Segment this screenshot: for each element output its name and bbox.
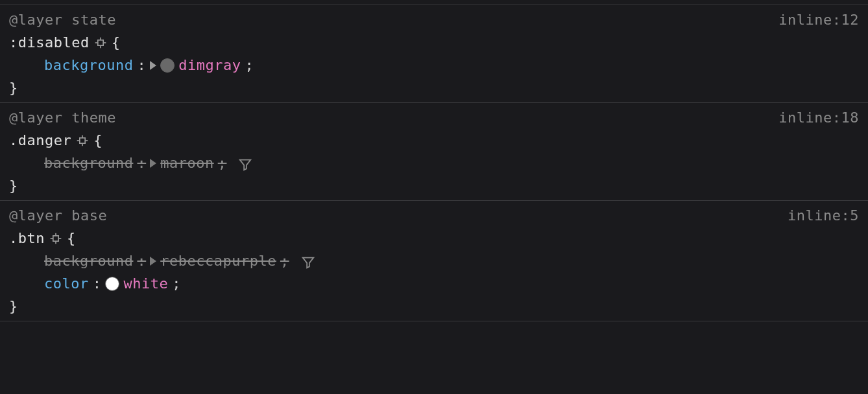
semicolon: ; [245,54,254,76]
selector[interactable]: .btn [9,227,45,249]
declaration-row[interactable]: color:white; [9,273,868,294]
close-brace: } [9,296,868,317]
property-name[interactable]: background [44,250,133,272]
css-rule-block: @layer themeinline:18.danger{background:… [0,103,868,201]
layer-label: @layer theme [9,107,116,128]
expand-value-icon[interactable] [150,61,156,70]
selector-row: .danger{ [9,130,868,151]
selector[interactable]: .danger [9,130,71,151]
open-brace: { [67,227,76,249]
close-brace: } [9,175,868,196]
property-name[interactable]: background [44,54,133,76]
svg-rect-5 [80,137,85,143]
rule-header: @layer baseinline:5 [9,205,868,226]
property-value[interactable]: maroon [160,152,213,174]
property-name[interactable]: color [44,273,89,294]
colon: : [137,54,146,76]
colon: : [137,250,146,272]
svg-rect-0 [98,40,103,45]
source-link[interactable]: inline:18 [778,107,859,128]
property-value[interactable]: dimgray [178,54,241,76]
expand-value-icon[interactable] [150,159,156,168]
css-rule-block: @layer baseinline:5.btn{background:rebec… [0,201,868,321]
styles-rules-list: @layer stateinline:12:disabled{backgroun… [0,5,868,321]
colon: : [93,273,102,294]
expand-value-icon[interactable] [150,257,156,266]
panel-top-divider [0,0,868,5]
filter-icon[interactable] [301,254,315,268]
color-swatch[interactable] [160,58,175,73]
property-name[interactable]: background [44,152,133,174]
open-brace: { [112,32,121,53]
source-link[interactable]: inline:5 [788,205,859,226]
semicolon: ; [280,250,289,272]
selector-target-icon[interactable] [49,231,63,246]
property-value[interactable]: white [123,273,168,294]
close-brace: } [9,77,868,98]
layer-label: @layer base [9,205,107,226]
rule-header: @layer stateinline:12 [9,9,868,30]
semicolon: ; [172,273,181,294]
declaration-row[interactable]: background:maroon; [9,152,868,174]
filter-icon[interactable] [238,156,252,170]
css-rule-block: @layer stateinline:12:disabled{backgroun… [0,5,868,103]
property-value[interactable]: rebeccapurple [160,250,276,272]
selector-target-icon[interactable] [93,36,108,50]
selector[interactable]: :disabled [9,32,90,53]
semicolon: ; [218,152,227,174]
layer-label: @layer state [9,9,116,30]
source-link[interactable]: inline:12 [778,9,859,30]
declaration-row[interactable]: background:rebeccapurple; [9,250,868,272]
open-brace: { [93,130,102,151]
colon: : [137,152,146,174]
selector-row: .btn{ [9,227,868,249]
selector-target-icon[interactable] [75,133,90,148]
declaration-row[interactable]: background:dimgray; [9,54,868,76]
selector-row: :disabled{ [9,32,868,53]
color-swatch[interactable] [105,277,119,291]
rule-header: @layer themeinline:18 [9,107,868,128]
svg-rect-10 [53,235,58,240]
